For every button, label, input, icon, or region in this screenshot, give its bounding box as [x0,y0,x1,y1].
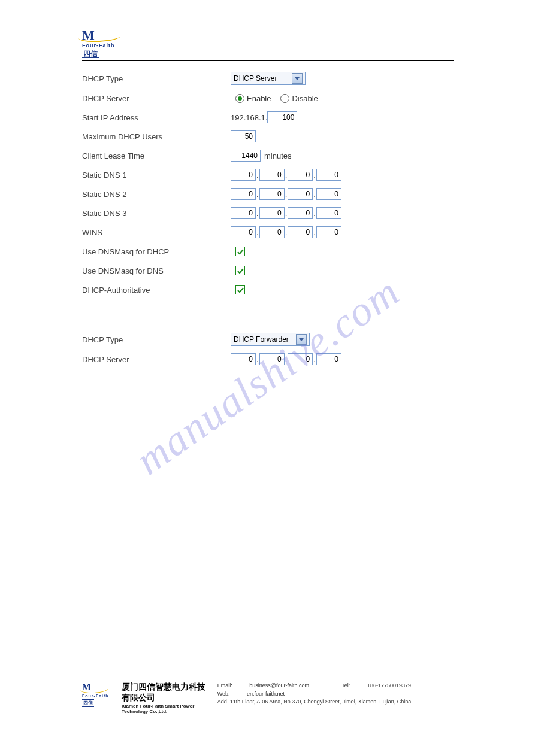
srv-oct2-input[interactable] [259,353,285,365]
dns2-oct2-input[interactable] [259,188,285,200]
label-dhcp-type-2: DHCP Type [82,335,231,344]
dhcp-type-select-2[interactable]: DHCP Forwarder [231,333,310,346]
dhcp-server-disable-radio[interactable]: Disable [280,94,318,103]
dns2-ip-group: . . . [231,188,341,200]
max-dhcp-users-input[interactable] [231,130,256,142]
brand-logo: M Four-Faith 四信 [82,29,454,58]
check-icon [237,268,244,274]
page-header: M Four-Faith 四信 [82,29,454,61]
label-max-users: Maximum DHCP Users [82,132,231,141]
dns3-oct3-input[interactable] [288,207,313,219]
brand-initials: M [82,29,93,42]
page-footer: M Four-Faith 四信 厦门四信智慧电力科技有限公司 Xiamen Fo… [82,682,454,714]
label-dhcp-server-2: DHCP Server [82,355,231,364]
dns3-oct1-input[interactable] [231,207,256,219]
dns3-oct4-input[interactable] [316,207,341,219]
dns1-oct1-input[interactable] [231,169,256,181]
dhcp-type-value: DHCP Server [234,74,277,83]
footer-contacts: Email: business@four-faith.com Tel: +86-… [217,682,454,706]
start-ip-last-octet-input[interactable] [267,111,297,123]
label-wins: WINS [82,228,231,237]
srv-oct3-input[interactable] [288,353,313,365]
dns1-oct2-input[interactable] [259,169,285,181]
label-dns1: Static DNS 1 [82,171,231,180]
footer-web: Web: en.four-faith.net [217,691,300,697]
brand-cn: 四信 [82,50,99,58]
footer-tel: Tel: +86-17750019379 [341,682,427,688]
label-dhcp-authoritative: DHCP-Authoritative [82,286,231,294]
dns1-oct3-input[interactable] [288,169,313,181]
label-start-ip: Start IP Address [82,113,231,122]
chevron-down-icon [292,73,303,84]
dhcp-server-ip-group: . . . [231,353,341,365]
label-dhcp-type: DHCP Type [82,74,231,83]
chevron-down-icon [296,334,307,345]
radio-on-icon [235,94,244,103]
company-name-cn: 厦门四信智慧电力科技有限公司 [122,682,209,703]
footer-address: Add.:11th Floor, A-06 Area, No.370, Chen… [217,698,454,706]
wins-oct3-input[interactable] [288,226,313,238]
dns1-oct4-input[interactable] [316,169,341,181]
dns3-oct2-input[interactable] [259,207,285,219]
dns2-oct3-input[interactable] [288,188,313,200]
check-icon [237,248,244,255]
label-dns2: Static DNS 2 [82,190,231,199]
lease-time-input[interactable] [231,150,261,162]
company-name-en: Xiamen Four-Faith Smart Power Technology… [122,703,209,714]
minutes-label: minutes [264,151,292,160]
brand-name: Four-Faith [82,43,454,48]
dns2-oct1-input[interactable] [231,188,256,200]
wins-oct2-input[interactable] [259,226,285,238]
dns2-oct4-input[interactable] [316,188,341,200]
dns1-ip-group: . . . [231,169,341,181]
footer-company: 厦门四信智慧电力科技有限公司 Xiamen Four-Faith Smart P… [122,682,209,714]
wins-oct4-input[interactable] [316,226,341,238]
dnsmasq-dhcp-checkbox[interactable] [235,247,245,256]
ip-prefix: 192.168.1. [231,113,267,122]
label-dnsmasq-dns: Use DNSMasq for DNS [82,266,231,275]
label-dns3: Static DNS 3 [82,209,231,218]
footer-email: Email: business@four-faith.com [217,682,325,688]
dhcp-authoritative-checkbox[interactable] [235,285,245,294]
srv-oct1-input[interactable] [231,353,256,365]
wins-oct1-input[interactable] [231,226,256,238]
wins-ip-group: . . . [231,226,341,238]
dhcp-server-enable-radio[interactable]: Enable [235,94,271,103]
dhcp-type-select[interactable]: DHCP Server [231,72,306,85]
disable-label: Disable [292,94,318,103]
check-icon [237,287,244,293]
label-dhcp-server: DHCP Server [82,94,231,103]
dnsmasq-dns-checkbox[interactable] [235,266,245,275]
dns3-ip-group: . . . [231,207,341,219]
label-lease-time: Client Lease Time [82,151,231,160]
radio-off-icon [280,94,289,103]
enable-label: Enable [247,94,271,103]
dhcp-type-value-2: DHCP Forwarder [234,335,289,344]
footer-logo: M Four-Faith 四信 [82,682,117,707]
srv-oct4-input[interactable] [316,353,341,365]
label-dnsmasq-dhcp: Use DNSMasq for DHCP [82,247,231,256]
